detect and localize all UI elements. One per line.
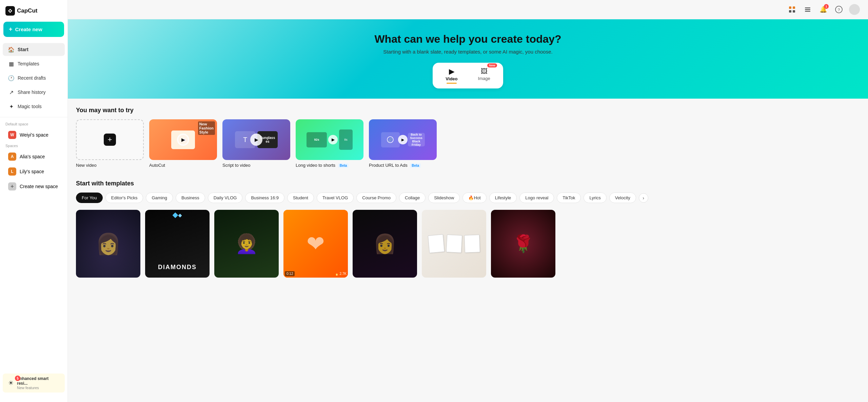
try-item-producturl[interactable]: 🔗 → Back toSuccessBlackFriday ▶ Product … bbox=[369, 119, 437, 168]
filter-tab-collage[interactable]: Collage bbox=[399, 193, 426, 203]
try-item-new-video-label: New video bbox=[76, 163, 97, 168]
weiyi-avatar: W bbox=[8, 131, 16, 139]
svg-rect-3 bbox=[789, 10, 791, 13]
try-item-new-video[interactable]: + New video bbox=[76, 119, 144, 168]
clock-icon: 🕐 bbox=[8, 75, 14, 81]
sun-icon: ☀ bbox=[8, 379, 14, 387]
template-card-2[interactable]: DIAMONDS bbox=[145, 210, 210, 278]
try-item-autocut[interactable]: 👒 NewFashionStyle ▶ AutoCut bbox=[149, 119, 217, 168]
svg-rect-5 bbox=[805, 7, 810, 8]
filter-tab-logo-reveal[interactable]: Logo reveal bbox=[519, 193, 554, 203]
lily-space-label: Lily's space bbox=[20, 169, 44, 174]
filter-tab-for-you[interactable]: For You bbox=[76, 193, 103, 203]
share-icon: ↗ bbox=[8, 89, 14, 95]
template-card-6[interactable] bbox=[422, 210, 486, 278]
smart-resize-notification[interactable]: ☀ Enhanced smart resi... New features 5 bbox=[3, 374, 65, 393]
producturl-beta-badge: Beta bbox=[410, 163, 421, 168]
sidebar-item-recent-drafts-label: Recent drafts bbox=[18, 75, 46, 81]
default-space-label: Default space bbox=[0, 121, 67, 127]
filter-tab-slideshow[interactable]: Slideshow bbox=[428, 193, 460, 203]
filter-tab-lifestyle[interactable]: Lifestyle bbox=[489, 193, 517, 203]
tab-video[interactable]: ▶ Video bbox=[436, 65, 467, 86]
filter-tab-velocity[interactable]: Velocity bbox=[609, 193, 636, 203]
try-item-script[interactable]: T Sunglasses ▶ Script to video bbox=[222, 119, 290, 168]
sidebar-header: CapCut bbox=[0, 0, 67, 19]
filter-tab-student[interactable]: Student bbox=[287, 193, 314, 203]
template-card-4[interactable]: ❤ 0:12 🔥 2.7K bbox=[283, 210, 348, 278]
content-area: You may want to try + New video 👒 bbox=[68, 99, 868, 286]
user-avatar[interactable] bbox=[849, 4, 860, 15]
try-item-producturl-label: Product URL to Ads Beta bbox=[369, 163, 421, 168]
svg-rect-4 bbox=[793, 10, 795, 13]
template-grid: 👩 DIAMONDS 👩‍🦱 bbox=[76, 210, 860, 278]
grid-icon bbox=[789, 6, 795, 13]
app-name: CapCut bbox=[17, 7, 37, 14]
topbar: 🔔 1 ? bbox=[68, 0, 868, 19]
sidebar-item-templates[interactable]: ▦ Templates bbox=[3, 57, 65, 70]
template-card-3[interactable]: 👩‍🦱 bbox=[214, 210, 279, 278]
space-item-alia[interactable]: A Alia's space bbox=[3, 150, 65, 163]
svg-rect-7 bbox=[805, 11, 810, 12]
tab-image[interactable]: New 🖼 Image bbox=[469, 65, 500, 86]
tab-image-label: Image bbox=[478, 76, 490, 81]
spaces-label: Spaces bbox=[0, 142, 67, 149]
autocut-play-icon: ▶ bbox=[177, 134, 189, 146]
filter-tab-business-169[interactable]: Business 16:9 bbox=[245, 193, 284, 203]
template-card-1[interactable]: 👩 bbox=[76, 210, 140, 278]
sidebar-item-templates-label: Templates bbox=[18, 61, 39, 66]
notification-subtitle: New features bbox=[17, 386, 59, 390]
longvideo-preview: 92s ▶ 8s bbox=[296, 119, 363, 160]
template-card-5[interactable]: 👩 bbox=[353, 210, 417, 278]
capcut-logo[interactable]: CapCut bbox=[5, 6, 37, 16]
try-item-script-label: Script to video bbox=[222, 163, 250, 168]
help-button[interactable]: ? bbox=[833, 4, 844, 15]
filter-tab-gaming[interactable]: Gaming bbox=[146, 193, 173, 203]
producturl-preview: 🔗 → Back toSuccessBlackFriday ▶ bbox=[369, 119, 437, 160]
create-new-space-button[interactable]: + Create new space bbox=[3, 180, 65, 193]
try-item-autocut-label: AutoCut bbox=[149, 163, 165, 168]
filter-tab-tiktok[interactable]: TikTok bbox=[557, 193, 581, 203]
sidebar-item-start[interactable]: 🏠 Start bbox=[3, 43, 65, 56]
sidebar: CapCut + Create new 🏠 Start ▦ Templates … bbox=[0, 0, 68, 402]
notification-title: Enhanced smart resi... bbox=[17, 376, 59, 386]
filter-tab-business[interactable]: Business bbox=[176, 193, 205, 203]
notification-badge: 5 bbox=[15, 376, 20, 381]
template-card-7[interactable]: 🌹 bbox=[491, 210, 555, 278]
space-item-weiyi[interactable]: W Weiyi's space bbox=[3, 128, 65, 142]
grid-button[interactable] bbox=[787, 4, 797, 15]
templates-section-title: Start with templates bbox=[76, 180, 860, 187]
menu-button[interactable] bbox=[802, 4, 813, 15]
sidebar-item-magic-tools[interactable]: ✦ Magic tools bbox=[3, 100, 65, 113]
try-section-title: You may want to try bbox=[76, 107, 860, 114]
lily-avatar: L bbox=[8, 167, 16, 176]
svg-rect-6 bbox=[805, 9, 810, 10]
filter-tab-editors-picks[interactable]: Editor's Picks bbox=[105, 193, 143, 203]
create-new-button[interactable]: + Create new bbox=[3, 22, 64, 37]
try-items-list: + New video 👒 NewFashionStyle ▶ bbox=[76, 119, 860, 168]
filter-tabs-next-button[interactable]: › bbox=[639, 193, 648, 203]
notification-button[interactable]: 🔔 1 bbox=[818, 4, 829, 15]
video-image-switcher: ▶ Video New 🖼 Image bbox=[433, 63, 503, 88]
filter-tab-travel-vlog[interactable]: Travel VLOG bbox=[317, 193, 354, 203]
tab-video-label: Video bbox=[446, 76, 457, 81]
filter-tab-course-promo[interactable]: Course Promo bbox=[356, 193, 396, 203]
producturl-play-icon: ▶ bbox=[398, 135, 408, 144]
try-item-longvideo-label: Long video to shorts Beta bbox=[296, 163, 349, 168]
svg-text:?: ? bbox=[838, 8, 840, 12]
alia-space-label: Alia's space bbox=[20, 154, 45, 159]
space-item-lily[interactable]: L Lily's space bbox=[3, 165, 65, 178]
sidebar-item-recent-drafts[interactable]: 🕐 Recent drafts bbox=[3, 72, 65, 84]
main-content: 🔔 1 ? What can we help you create today?… bbox=[68, 0, 868, 402]
longvideo-beta-badge: Beta bbox=[338, 163, 349, 168]
script-play-icon: ▶ bbox=[250, 134, 262, 146]
filter-tab-daily-vlog[interactable]: Daily VLOG bbox=[208, 193, 243, 203]
try-item-longvideo[interactable]: 92s ▶ 8s Long video to shorts Beta bbox=[296, 119, 363, 168]
new-video-plus-icon: + bbox=[104, 134, 116, 146]
filter-tab-hot[interactable]: 🔥Hot bbox=[462, 193, 486, 203]
sidebar-divider-1 bbox=[0, 117, 67, 117]
sidebar-item-share-history[interactable]: ↗ Share history bbox=[3, 86, 65, 99]
filter-tab-lyrics[interactable]: Lyrics bbox=[584, 193, 606, 203]
create-new-label: Create new bbox=[15, 26, 42, 32]
home-icon: 🏠 bbox=[8, 46, 14, 53]
menu-icon bbox=[804, 6, 811, 13]
